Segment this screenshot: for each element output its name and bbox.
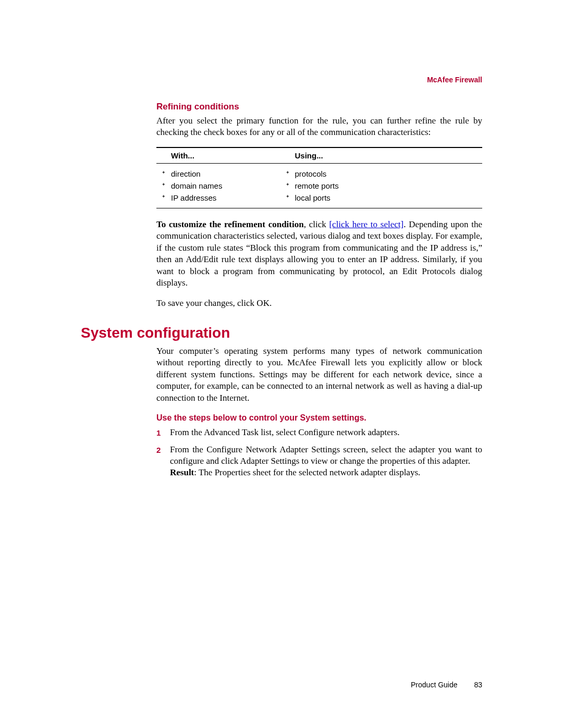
step-item: 2 From the Configure Network Adapter Set… xyxy=(156,444,482,479)
customize-bold-lead: To customize the refinement condition xyxy=(156,219,304,229)
conditions-table: With... Using... direction domain names … xyxy=(156,147,482,208)
using-list: protocols remote ports local ports xyxy=(280,166,483,204)
system-config-heading: System configuration xyxy=(81,325,482,341)
table-header-using: Using... xyxy=(280,147,483,164)
step2-text-a: From the Configure Network Adapter Setti… xyxy=(170,445,482,466)
click-here-link[interactable]: [click here to select] xyxy=(329,219,403,229)
customize-paragraph: To customize the refinement condition, c… xyxy=(156,219,482,289)
step-number: 1 xyxy=(156,427,170,438)
result-text: : The Properties sheet for the selected … xyxy=(194,467,420,477)
table-header-with: With... xyxy=(156,147,280,164)
list-item: direction xyxy=(156,168,280,180)
system-config-intro: Your computer’s operating system perform… xyxy=(156,346,482,404)
step-text: From the Advanced Task list, select Conf… xyxy=(170,427,482,438)
step-text: From the Configure Network Adapter Setti… xyxy=(170,444,482,479)
page-number: 83 xyxy=(474,681,482,689)
steps-heading: Use the steps below to control your Syst… xyxy=(156,413,482,423)
step-number: 2 xyxy=(156,444,170,479)
page-footer: Product Guide 83 xyxy=(411,681,482,689)
save-line: To save your changes, click OK. xyxy=(156,298,482,309)
refining-intro: After you select the primary function fo… xyxy=(156,115,482,139)
header-product-label: McAfee Firewall xyxy=(427,76,482,84)
list-item: domain names xyxy=(156,180,280,192)
step-item: 1 From the Advanced Task list, select Co… xyxy=(156,427,482,438)
customize-tail: . Depending upon the communication chara… xyxy=(156,219,482,288)
list-item: local ports xyxy=(280,192,483,204)
refining-heading: Refining conditions xyxy=(156,102,482,112)
footer-label: Product Guide xyxy=(411,681,458,689)
list-item: remote ports xyxy=(280,180,483,192)
result-label: Result xyxy=(170,467,194,477)
document-page: McAfee Firewall Refining conditions Afte… xyxy=(0,0,563,728)
steps-list: 1 From the Advanced Task list, select Co… xyxy=(156,427,482,479)
with-list: direction domain names IP addresses xyxy=(156,166,280,204)
list-item: protocols xyxy=(280,168,483,180)
list-item: IP addresses xyxy=(156,192,280,204)
customize-mid: , click xyxy=(304,219,329,229)
